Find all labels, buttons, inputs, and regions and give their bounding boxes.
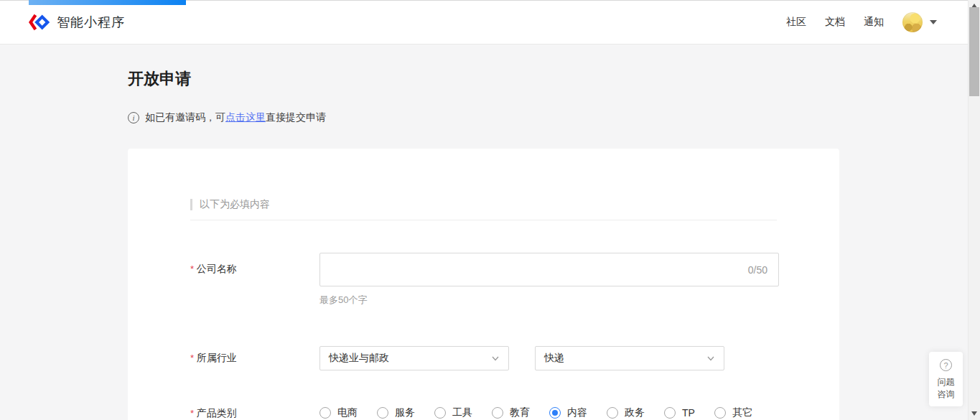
nav-item-notifications[interactable]: 通知 — [864, 16, 884, 29]
question-circle-icon: ? — [940, 359, 952, 371]
section-title: 以下为必填内容 — [200, 198, 270, 211]
radio-icon[interactable] — [319, 407, 331, 419]
radio-label: TP — [682, 407, 695, 419]
industry-primary-select[interactable]: 快递业与邮政 — [319, 346, 509, 370]
industry-primary-value: 快递业与邮政 — [329, 352, 491, 365]
scrollbar-thumb[interactable] — [969, 7, 979, 96]
main-content: 开放申请 i 如已有邀请码，可点击这里直接提交申请 以下为必填内容 公司名称 0… — [0, 45, 980, 420]
chevron-down-icon — [706, 354, 715, 363]
radio-icon[interactable] — [434, 407, 446, 419]
nav-item-community[interactable]: 社区 — [786, 16, 806, 29]
radio-label: 政务 — [625, 406, 645, 419]
radio-label: 电商 — [337, 406, 358, 419]
click-here-link[interactable]: 点击这里 — [225, 111, 266, 124]
help-label-line2: 咨询 — [938, 388, 955, 401]
company-name-label: 公司名称 — [190, 253, 319, 276]
radio-label: 内容 — [567, 406, 587, 419]
radio-label: 工具 — [452, 406, 472, 419]
radio-option[interactable]: 政务 — [607, 406, 645, 419]
industry-secondary-select[interactable]: 快递 — [535, 346, 724, 370]
vertical-scrollbar[interactable] — [968, 0, 980, 420]
radio-option[interactable]: 内容 — [549, 406, 587, 419]
app-header: 智能小程序 社区 文档 通知 — [0, 0, 980, 45]
radio-option[interactable]: 工具 — [434, 406, 472, 419]
radio-label: 教育 — [510, 406, 530, 419]
brand-logo-icon — [29, 13, 50, 32]
industry-secondary-value: 快递 — [544, 352, 706, 365]
radio-icon[interactable] — [714, 407, 726, 419]
company-name-helper: 最多50个字 — [319, 294, 779, 307]
notice-text-prefix: 如已有邀请码，可 — [145, 111, 225, 124]
product-category-row: 产品类别 电商服务工具教育内容政务TP其它 — [190, 406, 777, 420]
radio-option[interactable]: 其它 — [714, 406, 752, 419]
info-icon: i — [128, 112, 139, 123]
radio-icon[interactable] — [492, 407, 503, 419]
nav-item-docs[interactable]: 文档 — [825, 16, 845, 29]
product-category-group: 电商服务工具教育内容政务TP其它 — [319, 406, 777, 419]
radio-option[interactable]: 电商 — [319, 406, 358, 419]
section-divider — [190, 220, 777, 220]
company-name-input[interactable] — [319, 253, 779, 286]
product-category-label: 产品类别 — [190, 406, 319, 420]
radio-icon[interactable] — [549, 407, 561, 419]
radio-label: 服务 — [395, 406, 415, 419]
industry-row: 所属行业 快递业与邮政 快递 — [190, 346, 777, 370]
brand[interactable]: 智能小程序 — [29, 13, 125, 32]
notice-text-suffix: 直接提交申请 — [266, 111, 326, 124]
radio-option[interactable]: TP — [664, 407, 695, 419]
invite-code-notice: i 如已有邀请码，可点击这里直接提交申请 — [128, 111, 326, 124]
industry-label: 所属行业 — [190, 346, 319, 365]
radio-icon[interactable] — [607, 407, 618, 419]
radio-icon[interactable] — [377, 407, 388, 419]
avatar[interactable] — [902, 12, 923, 32]
chevron-down-icon[interactable] — [930, 20, 937, 24]
company-name-row: 公司名称 0/50 最多50个字 — [190, 253, 777, 307]
application-form-card: 以下为必填内容 公司名称 0/50 最多50个字 所属行业 快递业与邮政 — [128, 149, 839, 420]
section-header: 以下为必填内容 — [190, 198, 777, 211]
page-title: 开放申请 — [128, 68, 191, 90]
radio-icon[interactable] — [664, 407, 676, 419]
radio-option[interactable]: 教育 — [492, 406, 530, 419]
brand-name: 智能小程序 — [57, 14, 125, 31]
scroll-down-icon[interactable] — [971, 411, 977, 416]
section-accent-bar — [190, 199, 192, 210]
radio-label: 其它 — [732, 406, 752, 419]
chevron-down-icon — [491, 354, 500, 363]
help-consult-button[interactable]: ? 问题 咨询 — [929, 352, 963, 406]
loading-progress-bar — [29, 0, 186, 5]
radio-option[interactable]: 服务 — [377, 406, 415, 419]
help-label-line1: 问题 — [938, 376, 955, 388]
